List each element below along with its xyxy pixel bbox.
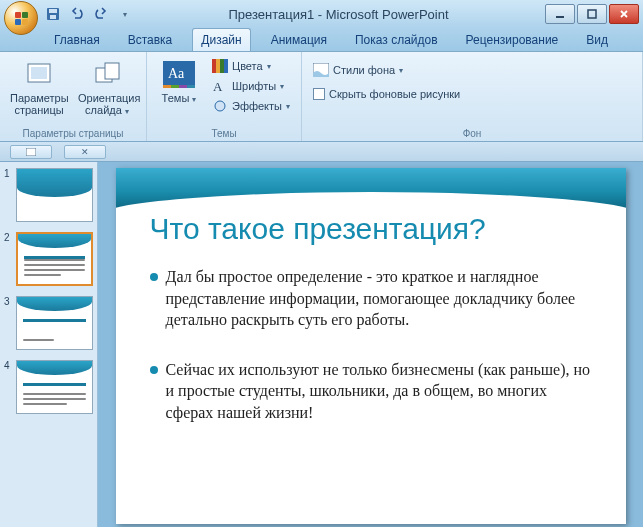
ribbon-tabs: Главная Вставка Дизайн Анимация Показ сл… [0, 28, 643, 52]
close-button[interactable] [609, 4, 639, 24]
office-button[interactable] [4, 1, 38, 35]
maximize-button[interactable] [577, 4, 607, 24]
minimize-button[interactable] [545, 4, 575, 24]
page-setup-button[interactable]: Параметры страницы [8, 56, 70, 118]
group-page-setup: Параметры страницы Ориентация слайда ▾ П… [0, 52, 147, 141]
chevron-down-icon: ▾ [280, 82, 284, 91]
thumbnail-preview [16, 360, 93, 414]
bullet-icon [150, 366, 158, 374]
chevron-down-icon: ▾ [125, 107, 129, 116]
tab-insert[interactable]: Вставка [120, 29, 181, 51]
chevron-down-icon: ▾ [286, 102, 290, 111]
tab-slideshow[interactable]: Показ слайдов [347, 29, 446, 51]
slide-editor[interactable]: Что такое презентация? Дал бы простое оп… [98, 162, 643, 527]
thumbnail-preview [16, 232, 93, 286]
fonts-label: Шрифты [232, 80, 276, 92]
group-themes: Aa Темы ▾ Цвета ▾ A Шрифты ▾ [147, 52, 302, 141]
slide-title[interactable]: Что такое презентация? [150, 212, 602, 246]
svg-rect-1 [49, 9, 57, 13]
slide-theme-header [116, 168, 626, 208]
redo-icon[interactable] [92, 5, 110, 23]
save-icon[interactable] [44, 5, 62, 23]
svg-text:A: A [213, 79, 223, 93]
bullet-text[interactable]: Дал бы простое определение - это краткое… [166, 266, 596, 331]
colors-label: Цвета [232, 60, 263, 72]
titlebar: ▾ Презентация1 - Microsoft PowerPoint [0, 0, 643, 28]
themes-gallery-button[interactable]: Aa Темы ▾ [155, 56, 203, 107]
window-title: Презентация1 - Microsoft PowerPoint [134, 7, 543, 22]
thumbnail-number: 4 [4, 360, 12, 414]
checkbox-icon [313, 88, 325, 100]
svg-rect-15 [212, 59, 216, 73]
themes-label: Темы [162, 92, 190, 104]
svg-rect-17 [220, 59, 224, 73]
chevron-down-icon: ▾ [399, 66, 403, 75]
qat-customize-icon[interactable]: ▾ [116, 5, 134, 23]
current-slide[interactable]: Что такое презентация? Дал бы простое оп… [116, 168, 626, 524]
bullet-item: Сейчас их используют не только бизнесмен… [150, 359, 596, 424]
ribbon: Параметры страницы Ориентация слайда ▾ П… [0, 52, 643, 142]
svg-rect-11 [163, 85, 171, 88]
hide-background-graphics-checkbox[interactable]: Скрыть фоновые рисунки [310, 86, 463, 102]
colors-button[interactable]: Цвета ▾ [209, 56, 293, 76]
svg-rect-8 [105, 63, 119, 79]
thumbnail-preview [16, 296, 93, 350]
effects-label: Эффекты [232, 100, 282, 112]
thumbnail-slide-2[interactable]: 2 [4, 232, 93, 286]
bullet-icon [150, 273, 158, 281]
page-setup-icon [10, 58, 68, 90]
svg-rect-3 [556, 16, 564, 18]
thumbnail-number: 2 [4, 232, 12, 286]
tab-home[interactable]: Главная [46, 29, 108, 51]
chevron-down-icon: ▾ [192, 95, 196, 104]
background-styles-button[interactable]: Стили фона ▾ [310, 60, 463, 80]
effects-button[interactable]: Эффекты ▾ [209, 96, 293, 116]
orientation-button[interactable]: Ориентация слайда ▾ [76, 56, 138, 119]
svg-rect-16 [216, 59, 220, 73]
slide-thumbnails-panel: 1 2 3 4 [0, 162, 98, 527]
svg-rect-18 [224, 59, 228, 73]
tab-animations[interactable]: Анимация [263, 29, 335, 51]
group-label-page-setup: Параметры страницы [8, 126, 138, 139]
group-background: Стили фона ▾ Скрыть фоновые рисунки Фон [302, 52, 643, 141]
window-controls [543, 4, 639, 24]
svg-rect-4 [588, 10, 596, 18]
svg-rect-2 [50, 15, 56, 19]
thumbnail-slide-1[interactable]: 1 [4, 168, 93, 222]
svg-rect-6 [31, 67, 47, 79]
page-setup-label: Параметры страницы [10, 92, 68, 116]
panel-tab-outline[interactable]: ✕ [64, 145, 106, 159]
svg-point-20 [215, 101, 225, 111]
colors-icon [212, 58, 228, 74]
thumbnail-number: 1 [4, 168, 12, 222]
group-label-themes: Темы [155, 126, 293, 139]
group-label-background: Фон [310, 126, 634, 139]
svg-rect-14 [187, 85, 195, 88]
bullet-text[interactable]: Сейчас их используют не только бизнесмен… [166, 359, 596, 424]
thumbnail-slide-4[interactable]: 4 [4, 360, 93, 414]
quick-access-toolbar: ▾ [44, 5, 134, 23]
themes-icon: Aa [157, 58, 201, 90]
svg-rect-22 [26, 148, 36, 156]
office-icon [15, 12, 28, 25]
svg-rect-13 [179, 85, 187, 88]
tab-design[interactable]: Дизайн [192, 28, 250, 51]
slide-body[interactable]: Дал бы простое определение - это краткое… [150, 266, 596, 452]
tab-review[interactable]: Рецензирование [458, 29, 567, 51]
thumbnail-number: 3 [4, 296, 12, 350]
tab-view[interactable]: Вид [578, 29, 616, 51]
hide-background-label: Скрыть фоновые рисунки [329, 88, 460, 100]
undo-icon[interactable] [68, 5, 86, 23]
background-styles-label: Стили фона [333, 64, 395, 76]
workspace: 1 2 3 4 [0, 162, 643, 527]
orientation-label: Ориентация слайда [78, 92, 140, 116]
fonts-icon: A [212, 78, 228, 94]
panel-dock-strip: ✕ [0, 142, 643, 162]
thumbnail-slide-3[interactable]: 3 [4, 296, 93, 350]
effects-icon [212, 98, 228, 114]
fonts-button[interactable]: A Шрифты ▾ [209, 76, 293, 96]
svg-text:Aa: Aa [168, 66, 185, 81]
slides-tab-icon [26, 148, 36, 156]
panel-tab-slides[interactable] [10, 145, 52, 159]
background-styles-icon [313, 62, 329, 78]
